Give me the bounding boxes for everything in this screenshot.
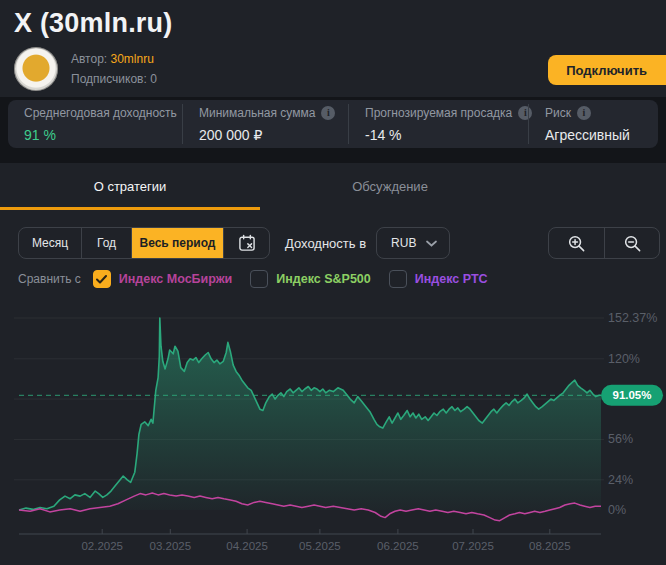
zoom-out-icon xyxy=(623,234,642,253)
compare-label: Сравнить с xyxy=(18,272,81,286)
x-tick-label: 07.2025 xyxy=(452,540,494,552)
checkbox-moex[interactable] xyxy=(93,270,111,288)
x-tick-label: 05.2025 xyxy=(299,540,341,552)
compare-row: Сравнить с Индекс МосБиржи Индекс S&P500… xyxy=(18,269,666,289)
compare-option-sp500[interactable]: Индекс S&P500 xyxy=(276,272,371,286)
period-month-button[interactable]: Месяц xyxy=(19,228,81,258)
zoom-in-button[interactable] xyxy=(549,228,604,258)
info-icon[interactable]: i xyxy=(321,106,335,120)
checkbox-sp500[interactable] xyxy=(250,270,268,288)
chart-controls: Месяц Год Весь период Доходность в RUB xyxy=(18,227,660,259)
zoom-in-icon xyxy=(567,234,586,253)
currency-value: RUB xyxy=(391,236,416,250)
performance-chart[interactable]: 02.202503.202504.202505.202506.202507.20… xyxy=(0,297,666,564)
stat-drawdown: Прогнозируемая просадкаi -14 % xyxy=(348,104,528,144)
calendar-x-icon xyxy=(237,233,257,253)
tab-bar: О стратегии Обсуждение xyxy=(0,163,520,210)
current-value-badge-label: 91.05% xyxy=(612,389,651,401)
y-tick-label: 152.37% xyxy=(608,311,657,325)
stat-risk: Рискi Агрессивный xyxy=(528,104,658,144)
period-segment-group: Месяц Год Весь период xyxy=(18,227,270,259)
stat-drawdown-value: -14 % xyxy=(365,127,528,143)
stat-risk-value: Агрессивный xyxy=(545,127,658,143)
y-tick-label: 120% xyxy=(608,352,640,366)
y-tick-label: 24% xyxy=(608,473,633,487)
checkbox-rts[interactable] xyxy=(389,270,407,288)
page-header: X (30mln.ru) Автор: 30mlnru Подписчиков:… xyxy=(0,0,666,97)
subscribers-count: Подписчиков: 0 xyxy=(71,73,157,85)
stats-card: Среднегодовая доходность 91 % Минимальна… xyxy=(8,100,658,148)
zoom-out-button[interactable] xyxy=(604,228,659,258)
author-name-link[interactable]: 30mlnru xyxy=(111,52,154,66)
x-tick-label: 03.2025 xyxy=(150,540,192,552)
chevron-down-icon xyxy=(426,240,437,247)
stat-annual-return-value: 91 % xyxy=(24,127,182,143)
author-label: Автор: xyxy=(71,52,107,66)
strategy-area-fill xyxy=(19,318,601,510)
y-tick-label: 0% xyxy=(608,503,626,517)
tab-about-strategy[interactable]: О стратегии xyxy=(0,163,260,210)
connect-button[interactable]: Подключить xyxy=(548,55,666,85)
tab-discussion[interactable]: Обсуждение xyxy=(260,163,520,210)
x-tick-label: 08.2025 xyxy=(529,540,571,552)
stat-min-amount-value: 200 000 ₽ xyxy=(199,127,348,143)
author-avatar xyxy=(14,47,58,91)
stat-min-amount: Минимальная суммаi 200 000 ₽ xyxy=(182,104,348,144)
zoom-button-group xyxy=(548,227,660,259)
page-title: X (30mln.ru) xyxy=(14,8,652,39)
x-tick-label: 04.2025 xyxy=(226,540,268,552)
stat-annual-return: Среднегодовая доходность 91 % xyxy=(8,104,182,144)
period-all-button[interactable]: Весь период xyxy=(131,228,223,258)
chart-area: 02.202503.202504.202505.202506.202507.20… xyxy=(0,297,666,565)
stats-band: Среднегодовая доходность 91 % Минимальна… xyxy=(0,97,666,163)
currency-label: Доходность в xyxy=(285,236,366,251)
content-section: О стратегии Обсуждение Месяц Год Весь пе… xyxy=(0,163,666,565)
check-icon xyxy=(96,275,107,284)
x-tick-label: 06.2025 xyxy=(377,540,419,552)
info-icon[interactable]: i xyxy=(577,106,591,120)
strategy-page: X (30mln.ru) Автор: 30mlnru Подписчиков:… xyxy=(0,0,666,565)
compare-option-moex[interactable]: Индекс МосБиржи xyxy=(119,272,232,286)
x-tick-label: 02.2025 xyxy=(81,540,123,552)
y-tick-label: 56% xyxy=(608,432,633,446)
calendar-period-button[interactable] xyxy=(223,228,269,258)
currency-select[interactable]: RUB xyxy=(376,227,450,259)
period-year-button[interactable]: Год xyxy=(81,228,131,258)
compare-option-rts[interactable]: Индекс РТС xyxy=(415,272,488,286)
